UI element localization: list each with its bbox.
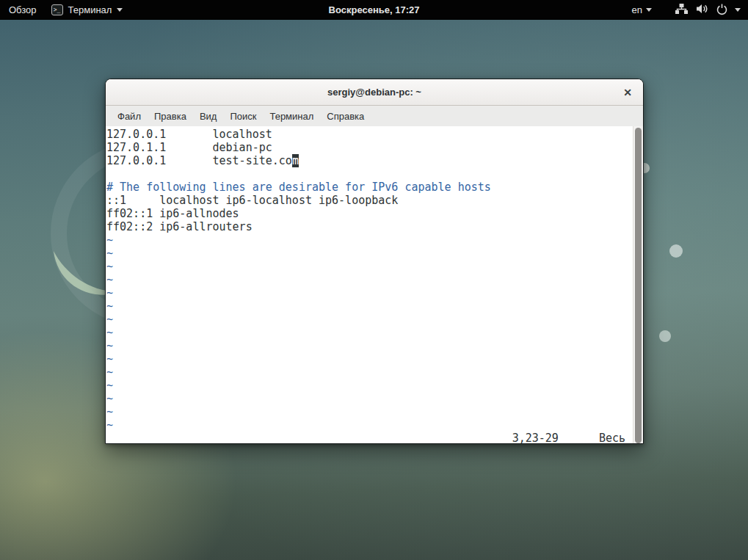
terminal-line: # The following lines are desirable for … bbox=[106, 181, 643, 194]
terminal-line: ff02::2 ip6-allrouters bbox=[106, 220, 643, 233]
menubar: ФайлПравкаВидПоискТерминалСправка bbox=[106, 106, 643, 126]
activities-button[interactable]: Обзор bbox=[9, 4, 37, 15]
chevron-down-icon bbox=[117, 8, 123, 12]
power-icon[interactable] bbox=[716, 3, 728, 18]
titlebar[interactable]: sergiy@debian-pc: ~ ✕ bbox=[106, 79, 643, 106]
system-menu-chevron-icon[interactable] bbox=[735, 8, 741, 12]
keyboard-layout-button[interactable]: en bbox=[632, 4, 652, 15]
terminal-line: ~ bbox=[106, 326, 643, 339]
menu-item-2[interactable]: Вид bbox=[193, 108, 224, 125]
keyboard-layout-label: en bbox=[632, 4, 642, 15]
close-button[interactable]: ✕ bbox=[620, 84, 636, 101]
terminal-scrollbar[interactable] bbox=[633, 126, 643, 444]
terminal-line: ~ bbox=[106, 299, 643, 313]
terminal-line: ~ bbox=[106, 339, 643, 352]
terminal-line: ~ bbox=[106, 247, 643, 260]
terminal-line: ~ bbox=[106, 392, 643, 405]
top-bar: Обзор >_ Терминал Воскресенье, 17:27 en bbox=[0, 0, 748, 20]
terminal-line: ::1 localhost ip6-localhost ip6-loopback bbox=[106, 194, 643, 207]
terminal-line: ~ bbox=[106, 379, 643, 392]
menu-item-1[interactable]: Правка bbox=[148, 108, 193, 125]
terminal-line: ~ bbox=[106, 286, 643, 299]
terminal-line: ~ bbox=[106, 352, 643, 366]
terminal-line: ~ bbox=[106, 313, 643, 326]
terminal-line: 127.0.0.1 test-site.com bbox=[106, 154, 643, 167]
vim-ruler: 3,23-29 bbox=[512, 432, 559, 444]
terminal-line: ~ bbox=[106, 260, 643, 273]
terminal-line: ~ bbox=[106, 418, 643, 432]
vim-position-indicator: Весь bbox=[599, 432, 625, 444]
terminal-window: sergiy@debian-pc: ~ ✕ ФайлПравкаВидПоиск… bbox=[105, 79, 644, 444]
vim-statusline: 3,23-29 Весь bbox=[106, 432, 643, 444]
terminal-lines: 127.0.0.1 localhost127.0.1.1 debian-pc12… bbox=[106, 128, 643, 432]
menu-item-5[interactable]: Справка bbox=[320, 108, 371, 125]
menu-item-3[interactable]: Поиск bbox=[223, 108, 263, 125]
terminal-app-icon: >_ bbox=[51, 4, 63, 15]
network-wired-icon[interactable] bbox=[675, 3, 689, 17]
chevron-down-icon bbox=[646, 8, 652, 12]
terminal-line bbox=[106, 167, 643, 181]
terminal-line: 127.0.0.1 localhost bbox=[106, 128, 643, 141]
terminal-line: 127.0.1.1 debian-pc bbox=[106, 141, 643, 154]
terminal-line: ~ bbox=[106, 366, 643, 379]
terminal-screen[interactable]: 127.0.0.1 localhost127.0.1.1 debian-pc12… bbox=[106, 126, 643, 444]
terminal-line: ~ bbox=[106, 233, 643, 247]
terminal-line: ff02::1 ip6-allnodes bbox=[106, 207, 643, 220]
terminal-line: ~ bbox=[106, 405, 643, 418]
app-menu-button[interactable]: >_ Терминал bbox=[51, 4, 123, 15]
app-menu-label: Терминал bbox=[68, 4, 112, 15]
volume-icon[interactable] bbox=[695, 3, 709, 17]
menu-item-0[interactable]: Файл bbox=[111, 108, 148, 125]
text-cursor: m bbox=[292, 154, 299, 167]
scrollbar-thumb[interactable] bbox=[635, 128, 642, 443]
menu-item-4[interactable]: Терминал bbox=[263, 108, 320, 125]
wallpaper-dot bbox=[659, 330, 671, 342]
window-title: sergiy@debian-pc: ~ bbox=[327, 87, 421, 98]
wallpaper-dot bbox=[669, 244, 683, 258]
terminal-line: ~ bbox=[106, 273, 643, 286]
